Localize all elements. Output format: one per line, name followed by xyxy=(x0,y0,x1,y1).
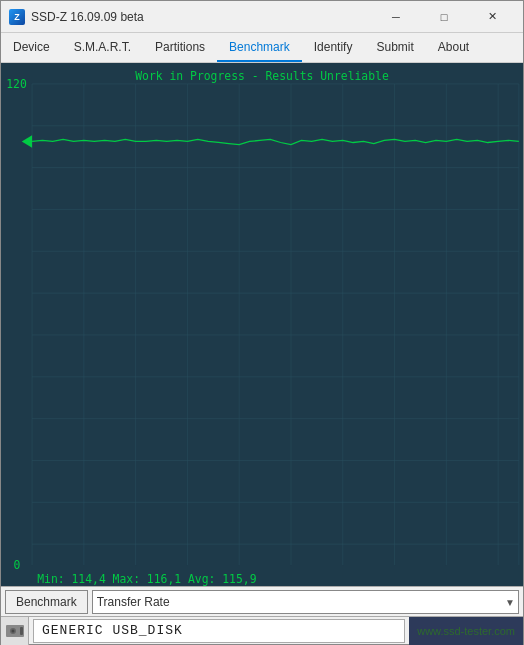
device-name: GENERIC USB_DISK xyxy=(33,619,405,643)
titlebar: Z SSD-Z 16.09.09 beta ─ □ ✕ xyxy=(1,1,523,33)
menu-device[interactable]: Device xyxy=(1,33,62,62)
menu-partitions[interactable]: Partitions xyxy=(143,33,217,62)
svg-text:Work in Progress - Results Unr: Work in Progress - Results Unreliable xyxy=(135,69,389,83)
menu-identify[interactable]: Identify xyxy=(302,33,365,62)
content-area: 120 0 Work in Progress - Results Unrelia… xyxy=(1,63,523,586)
transfer-type-select[interactable]: Transfer Rate IOPS Latency xyxy=(92,590,519,614)
disk-icon xyxy=(1,617,29,645)
toolbar: Benchmark Transfer Rate IOPS Latency ▼ xyxy=(1,586,523,616)
disk-svg xyxy=(6,624,24,638)
benchmark-chart: 120 0 Work in Progress - Results Unrelia… xyxy=(1,63,523,586)
menu-submit[interactable]: Submit xyxy=(364,33,425,62)
svg-rect-29 xyxy=(20,627,23,635)
benchmark-button[interactable]: Benchmark xyxy=(5,590,88,614)
main-window: Z SSD-Z 16.09.09 beta ─ □ ✕ Device S.M.A… xyxy=(0,0,524,645)
maximize-button[interactable]: □ xyxy=(421,5,467,29)
minimize-button[interactable]: ─ xyxy=(373,5,419,29)
svg-text:0: 0 xyxy=(13,558,20,572)
close-button[interactable]: ✕ xyxy=(469,5,515,29)
app-icon: Z xyxy=(9,9,25,25)
window-controls: ─ □ ✕ xyxy=(373,5,515,29)
svg-marker-23 xyxy=(22,135,32,148)
menu-benchmark[interactable]: Benchmark xyxy=(217,33,302,62)
svg-point-31 xyxy=(11,629,14,632)
menu-smart[interactable]: S.M.A.R.T. xyxy=(62,33,143,62)
svg-text:120: 120 xyxy=(6,77,27,91)
menu-about[interactable]: About xyxy=(426,33,481,62)
select-wrapper: Transfer Rate IOPS Latency ▼ xyxy=(92,590,519,614)
chart-area: 120 0 Work in Progress - Results Unrelia… xyxy=(1,63,523,586)
menubar: Device S.M.A.R.T. Partitions Benchmark I… xyxy=(1,33,523,63)
statusbar: GENERIC USB_DISK www.ssd-tester.com xyxy=(1,616,523,644)
website-url: www.ssd-tester.com xyxy=(409,617,523,645)
window-title: SSD-Z 16.09.09 beta xyxy=(31,10,373,24)
svg-text:Min: 114,4  Max: 116,1  Avg: 1: Min: 114,4 Max: 116,1 Avg: 115,9 xyxy=(37,572,256,586)
